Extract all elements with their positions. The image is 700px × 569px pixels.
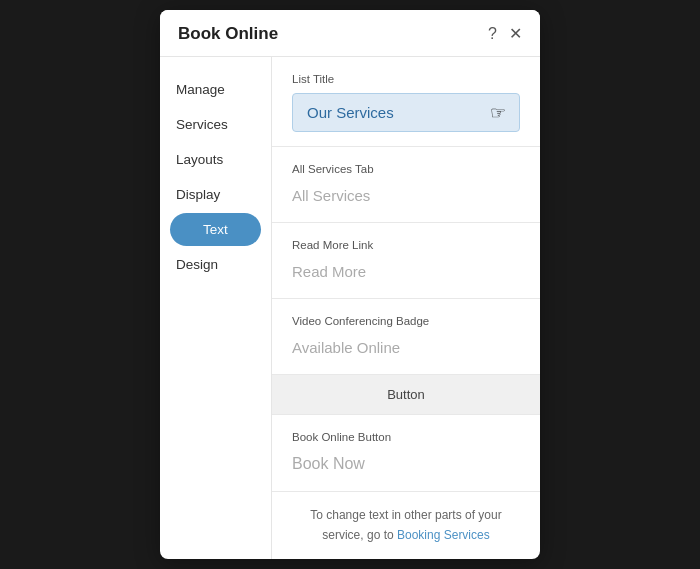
- modal-container: Book Online ? ✕ Manage Services Layouts …: [160, 10, 540, 558]
- read-more-label: Read More Link: [292, 239, 520, 251]
- footer-note: To change text in other parts of your se…: [272, 492, 540, 558]
- book-online-button-section: Book Online Button Book Now: [272, 415, 540, 492]
- read-more-input[interactable]: Read More: [292, 259, 520, 284]
- list-title-input-wrap[interactable]: Our Services ☞: [292, 93, 520, 132]
- all-services-section: All Services Tab All Services: [272, 147, 540, 223]
- sidebar-item-design[interactable]: Design: [160, 248, 271, 281]
- modal-header: Book Online ? ✕: [160, 10, 540, 57]
- video-conferencing-input[interactable]: Available Online: [292, 335, 520, 360]
- sidebar-item-services[interactable]: Services: [160, 108, 271, 141]
- read-more-section: Read More Link Read More: [272, 223, 540, 299]
- sidebar-item-display[interactable]: Display: [160, 178, 271, 211]
- header-icons: ? ✕: [488, 26, 522, 42]
- list-title-section: List Title Our Services ☞: [272, 57, 540, 147]
- video-conferencing-section: Video Conferencing Badge Available Onlin…: [272, 299, 540, 375]
- list-title-input[interactable]: Our Services: [292, 93, 520, 132]
- content-area: List Title Our Services ☞ All Services T…: [272, 57, 540, 558]
- all-services-label: All Services Tab: [292, 163, 520, 175]
- help-icon[interactable]: ?: [488, 26, 497, 42]
- sidebar: Manage Services Layouts Display Text Des…: [160, 57, 272, 558]
- book-now-input[interactable]: Book Now: [292, 451, 520, 477]
- video-conferencing-label: Video Conferencing Badge: [292, 315, 520, 327]
- sidebar-item-text[interactable]: Text: [170, 213, 261, 246]
- modal-title: Book Online: [178, 24, 278, 44]
- close-icon[interactable]: ✕: [509, 26, 522, 42]
- sidebar-item-layouts[interactable]: Layouts: [160, 143, 271, 176]
- modal-body: Manage Services Layouts Display Text Des…: [160, 57, 540, 558]
- list-title-label: List Title: [292, 73, 520, 85]
- sidebar-item-manage[interactable]: Manage: [160, 73, 271, 106]
- book-online-button-label: Book Online Button: [292, 431, 520, 443]
- booking-services-link[interactable]: Booking Services: [397, 528, 490, 542]
- button-section-header: Button: [272, 375, 540, 415]
- all-services-input[interactable]: All Services: [292, 183, 520, 208]
